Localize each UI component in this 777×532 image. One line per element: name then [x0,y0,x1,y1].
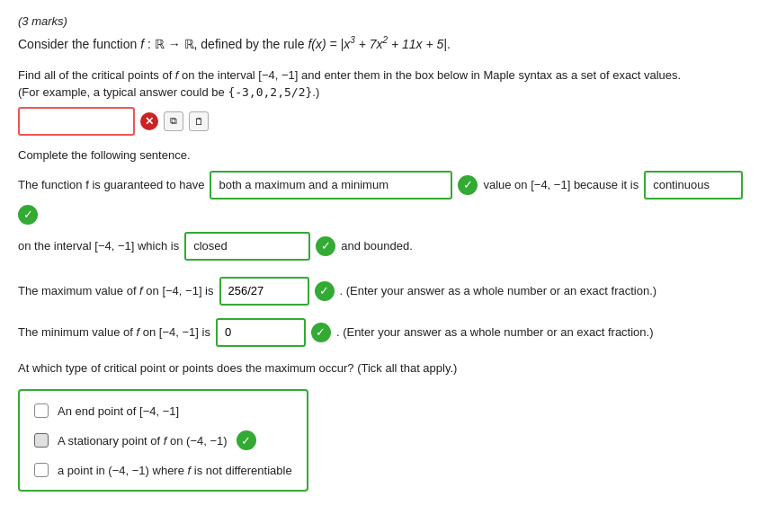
checkbox-row-2: A stationary point of f on (−4, −1) ✓ [34,430,292,450]
min-label-end: . (Enter your answer as a whole number o… [336,325,654,339]
min-label-start: The minimum value of f on [−4, −1] is [18,325,210,339]
critical-point-question: At which type of critical point or point… [18,359,759,377]
example-text: (For example, a typical answer could be … [18,85,319,99]
clear-icon[interactable]: ✕ [140,112,158,130]
complete-section: Complete the following sentence. The fun… [18,148,759,261]
max-value-input[interactable] [219,277,309,306]
checkbox-row-3: a point in (−4, −1) where f is not diffe… [34,463,292,477]
sentence-end1: on the interval [−4, −1] which is [18,239,179,253]
paste-icon[interactable]: ⧉ [164,111,183,131]
max-label-end: . (Enter your answer as a whole number o… [340,284,657,297]
check-icon-2: ✓ [18,205,38,225]
doc-icon[interactable]: 🗒 [189,111,209,131]
instruction-text: Find all of the critical points of f on … [18,66,759,102]
critical-points-input[interactable] [18,107,135,136]
checkbox-row-1: An end point of [−4, −1] [34,403,292,418]
check-icon-1: ✓ [458,175,478,195]
sentence-row-2: on the interval [−4, −1] which is closed… [18,232,759,261]
checkbox-label-1: An end point of [−4, −1] [58,404,179,418]
checkbox-stationary[interactable] [34,433,49,448]
checkbox-section: An end point of [−4, −1] A stationary po… [18,389,308,492]
checkbox-label-3: a point in (−4, −1) where f is not diffe… [58,464,292,477]
min-value-row: The minimum value of f on [−4, −1] is ✓ … [18,318,759,347]
dropdown-closed[interactable]: closed [184,232,310,261]
checkbox-endpoint[interactable] [34,403,49,418]
sentence-row-1: The function f is guaranteed to have bot… [18,171,759,225]
check-icon-stationary: ✓ [237,430,256,450]
sentence-end2: and bounded. [341,239,413,253]
dropdown-maximum-minimum[interactable]: both a maximum and a minimum [210,171,452,200]
check-icon-max: ✓ [315,281,335,301]
sentence-start: The function f is guaranteed to have [18,178,204,191]
question-text: Consider the function f : ℝ → ℝ, defined… [18,33,759,54]
check-icon-3: ✓ [316,236,335,256]
sentence-middle: value on [−4, −1] because it is [483,178,639,191]
max-value-row: The maximum value of f on [−4, −1] is ✓ … [18,277,759,306]
checkbox-nondiff[interactable] [34,463,49,477]
marks-label: (3 marks) [18,14,759,28]
min-value-input[interactable] [216,318,306,347]
answer-input-row: ✕ ⧉ 🗒 [18,107,759,136]
complete-heading: Complete the following sentence. [18,148,759,162]
check-icon-min: ✓ [311,323,331,342]
max-label-start: The maximum value of f on [−4, −1] is [18,284,214,297]
dropdown-continuous[interactable]: continuous [644,171,743,200]
checkbox-label-2: A stationary point of f on (−4, −1) [58,434,228,448]
